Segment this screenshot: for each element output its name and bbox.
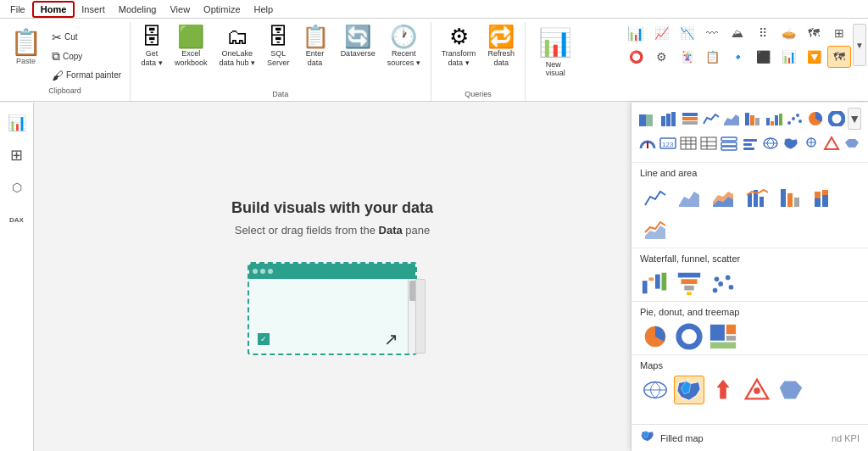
maps-title: Maps [640,360,860,370]
ribbon-vis-bar3[interactable]: 📉 [675,22,698,44]
excel-workbook-button[interactable]: 🟩 Excelworkbook [170,22,213,70]
donut-chart-cat-icon[interactable] [674,322,704,351]
line-area-title: Line and area [640,168,860,178]
menu-view[interactable]: View [163,3,197,16]
ribbon-vis-waterfall[interactable]: 📊 [776,46,800,68]
canvas-illustration: ✓ ↗ [248,262,417,355]
menu-optimize[interactable]: Optimize [197,3,247,16]
dd-shape-map[interactable] [843,132,861,154]
new-visual-group-label [531,98,580,101]
enter-data-icon: 📋 [302,25,329,47]
get-data-button[interactable]: 🗄 Getdata ▾ [136,22,168,70]
ribbon-vis-card[interactable]: 🃏 [675,46,698,68]
cut-button[interactable]: ✂ Cut [48,29,125,46]
treemap-icon[interactable] [708,322,738,351]
excel-label: Excelworkbook [175,49,208,68]
ribbon-vis-filled-map[interactable]: 🗺 [827,46,851,68]
dd-bar-chart[interactable] [638,108,658,130]
ribbon-vis-line[interactable]: 〰 [700,22,724,44]
svg-rect-7 [682,121,698,125]
queries-group: ⚙ Transformdata ▾ 🔁 Refreshdata Queries [431,22,526,101]
dd-line-chart[interactable] [701,108,721,130]
stacked-line-icon[interactable] [810,183,840,212]
ribbon-vis-gauge[interactable]: ⚙ [649,46,673,68]
svg-rect-2 [661,116,665,126]
dataverse-button[interactable]: 🔄 Dataverse [336,22,381,60]
ribbon-vis-kpi[interactable]: 📋 [700,46,724,68]
ribbon-vis-pie[interactable]: 🥧 [776,22,800,44]
dd-filled-map2[interactable] [782,132,800,154]
arcgis-map-cat-icon[interactable] [742,376,772,404]
transform-data-button[interactable]: ⚙ Transformdata ▾ [437,22,481,70]
tooltip-suffix: nd KPI [832,433,860,443]
dd-gauge[interactable] [638,132,657,154]
svg-rect-78 [726,325,736,334]
scatter-chart-icon[interactable] [708,269,738,298]
ribbon-vis-bar2[interactable]: 📈 [649,22,673,44]
dd-bar-chart2[interactable] [659,108,679,130]
area-chart-icon[interactable] [674,183,704,212]
dd-slicer[interactable] [740,132,759,154]
filled-map-cat-icon[interactable] [674,376,704,404]
sidebar-table-icon[interactable]: ⊞ [3,142,31,169]
ribbon-vis-table[interactable]: ⊞ [827,22,851,44]
onelake-button[interactable]: 🗂 OneLakedata hub ▾ [214,22,261,70]
sql-server-button[interactable]: 🗄 SQLServer [262,22,295,70]
ribbon-visuals-scroll[interactable]: ▼ [853,24,866,66]
menu-file[interactable]: File [3,3,32,16]
svg-rect-39 [743,143,752,146]
dd-scroll-btn[interactable]: ▼ [848,108,861,130]
dd-scatter[interactable] [785,108,804,130]
left-sidebar: 📊 ⊞ ⬡ DAX [0,103,34,451]
svg-point-71 [726,276,731,281]
menu-insert[interactable]: Insert [75,3,112,16]
refresh-data-button[interactable]: 🔁 Refreshdata [482,22,520,70]
dd-pie-chart[interactable] [806,108,826,130]
ribbon-chart-icon[interactable] [776,183,806,212]
line-clustered-icon[interactable] [742,183,772,212]
recent-sources-button[interactable]: 🕐 Recentsources ▾ [382,22,426,70]
dd-waterfall[interactable] [764,108,783,130]
dd-azuremap[interactable] [802,132,821,154]
menu-modeling[interactable]: Modeling [112,3,164,16]
pie-chart-cat-icon[interactable] [640,322,670,351]
sidebar-model-icon[interactable]: ⬡ [3,174,31,201]
dd-multirow-card[interactable] [720,132,738,154]
dd-donut-chart[interactable] [826,108,846,130]
svg-rect-38 [743,139,757,142]
waterfall-chart-icon[interactable] [640,269,670,298]
ribbon-vis-scatter[interactable]: ⠿ [751,22,775,44]
ribbon-vis-donut[interactable]: ⭕ [624,46,648,68]
ribbon-vis-matrix[interactable]: ⬛ [751,46,775,68]
dd-map[interactable] [761,132,780,154]
sidebar-report-icon[interactable]: 📊 [3,109,31,136]
ribbon-vis-slicer[interactable]: 🔹 [726,46,749,68]
format-painter-button[interactable]: 🖌 Format painter [48,67,125,84]
funnel-chart-icon[interactable] [674,269,704,298]
ribbon-vis-funnel[interactable]: 🔽 [802,46,826,68]
menu-home[interactable]: Home [32,1,75,18]
dd-stacked-bar[interactable] [680,108,699,130]
dd-area-chart[interactable] [722,108,742,130]
copy-button[interactable]: ⧉ Copy [48,47,125,65]
new-visual-button[interactable]: 📊 Newvisual [531,22,580,81]
azure-map-cat-icon[interactable] [708,376,738,404]
stacked-area-icon[interactable] [708,183,738,212]
sidebar-dax-icon[interactable]: DAX [3,206,31,233]
line-chart-icon[interactable] [640,183,670,212]
svg-rect-64 [662,273,667,291]
map-cat-icon[interactable] [640,376,670,404]
menu-help[interactable]: Help [248,3,281,16]
paste-button[interactable]: 📋 Paste [5,25,47,86]
ribbon-vis-bar[interactable]: 📊 [624,22,648,44]
dd-matrix[interactable] [699,132,718,154]
shape-map-cat-icon[interactable] [776,376,806,404]
enter-data-button[interactable]: 📋 Enterdata [297,22,334,70]
dd-ribbon-chart[interactable] [743,108,763,130]
ribbon-vis-area[interactable]: ⛰ [726,22,749,44]
dd-card[interactable]: 123 [659,132,677,154]
line-combo-icon[interactable] [640,215,670,244]
dd-arcgis[interactable] [822,132,841,154]
dd-table[interactable] [679,132,698,154]
ribbon-vis-map[interactable]: 🗺 [802,22,826,44]
